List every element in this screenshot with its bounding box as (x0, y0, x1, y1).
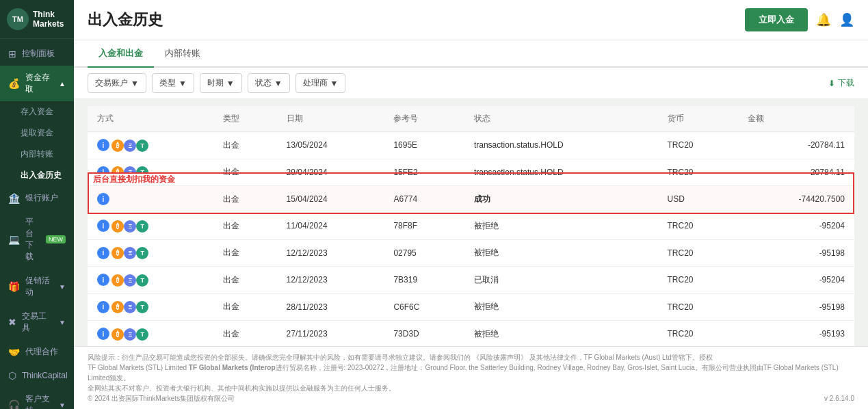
topbar: 出入金历史 立即入金 🔔 👤 (74, 0, 868, 40)
sidebar-item-support[interactable]: 🎧 客户支持 ▼ (0, 387, 74, 409)
tab-inout[interactable]: 入金和出金 (88, 40, 154, 68)
tether-icon: T (136, 328, 148, 341)
sidebar-item-label: 促销活动 (25, 275, 53, 298)
ethereum-icon: Ξ (124, 220, 136, 233)
info-icon: i (97, 220, 109, 232)
ethereum-icon: Ξ (124, 328, 136, 341)
sidebar-item-label: 银行账户 (25, 192, 66, 204)
sidebar-item-thinkcapital[interactable]: ⬡ ThinkCapital (0, 364, 74, 387)
partner-icon: 🤝 (8, 347, 20, 358)
sidebar-item-label: 代理合作 (25, 346, 66, 358)
ethereum-icon: Ξ (124, 140, 136, 152)
footer-line1: 风险提示：衍生产品交易可能造成您投资的全部损失。请确保您完全理解其中的风险，如有… (88, 352, 854, 362)
user-icon[interactable]: 👤 (839, 12, 854, 27)
filter-type[interactable]: 类型 ▼ (152, 73, 194, 93)
col-amount: 金额 (738, 106, 854, 132)
td-type: 出金 (213, 186, 277, 213)
td-status: 成功 (464, 186, 658, 213)
sidebar-subitem-deposit[interactable]: 存入资金 (0, 101, 74, 122)
td-date: 12/12/2023 (277, 267, 384, 294)
sidebar-subitem-transfer[interactable]: 内部转账 (0, 144, 74, 165)
thinkcapital-icon: ⬡ (8, 370, 16, 381)
filter-period[interactable]: 时期 ▼ (200, 73, 242, 93)
dashboard-icon: ⊞ (8, 49, 16, 60)
footer-line2: TF Global Markets (STL) Limited TF Globa… (88, 362, 854, 383)
bitcoin-icon: ₿ (111, 247, 124, 259)
col-ref: 参考号 (384, 106, 464, 132)
col-currency: 货币 (658, 106, 739, 132)
transactions-table: 方式 类型 日期 参考号 状态 货币 金额 i ₿ΞT出金13/05/20241… (88, 106, 854, 346)
table-area: 方式 类型 日期 参考号 状态 货币 金额 i ₿ΞT出金13/05/20241… (74, 99, 868, 346)
sidebar-item-promo[interactable]: 🎁 促销活动 ▼ (0, 269, 74, 304)
ethereum-icon: Ξ (124, 247, 136, 259)
chevron-down-icon: ▼ (131, 79, 139, 88)
bitcoin-icon: ₿ (111, 166, 124, 179)
support-icon: 🎧 (8, 399, 20, 409)
info-icon: i (97, 139, 109, 151)
td-status: 被拒绝 (464, 293, 658, 321)
td-ref: 1695E (384, 132, 464, 159)
bitcoin-icon: ₿ (111, 140, 124, 152)
tabs: 入金和出金 内部转账 (74, 40, 868, 68)
filter-account[interactable]: 交易账户 ▼ (88, 73, 146, 93)
table-row: i ₿ΞT出金27/11/202373D3D被拒绝TRC20-95193 (88, 321, 854, 347)
ethereum-icon: Ξ (124, 274, 136, 287)
td-type: 出金 (213, 239, 277, 267)
funds-icon: 💰 (8, 78, 20, 89)
notification-icon[interactable]: 🔔 (816, 12, 831, 27)
ethereum-icon: Ξ (124, 166, 136, 179)
sidebar-navigation: ⊞ 控制面板 💰 资金存取 ▲ 存入资金 提取资金 内部转账 出入金历史 🏦 银… (0, 39, 74, 409)
bitcoin-icon: ₿ (111, 220, 124, 233)
bank-icon: 🏦 (8, 193, 20, 204)
td-date: 13/05/2024 (277, 132, 384, 159)
td-currency: TRC20 (658, 293, 739, 321)
tether-icon: T (136, 301, 148, 313)
sidebar-item-funds[interactable]: 💰 资金存取 ▲ (0, 66, 74, 101)
td-date: 15/04/2024 (277, 186, 384, 213)
tab-internal[interactable]: 内部转账 (154, 40, 211, 68)
td-date: 27/11/2023 (277, 321, 384, 347)
td-method: i ₿ΞT (88, 293, 213, 321)
td-method: i ₿ΞT (88, 213, 213, 240)
info-icon: i (97, 193, 109, 205)
td-method: i ₿ΞT (88, 267, 213, 294)
sidebar-item-label: 客户支持 (25, 393, 53, 409)
table-row: i ₿ΞT出金13/05/20241695Etransaction.status… (88, 132, 854, 159)
filter-processor[interactable]: 处理商 ▼ (295, 73, 346, 93)
td-ref: 02795 (384, 239, 464, 267)
download-icon: ⬇ (828, 79, 835, 88)
info-icon: i (97, 274, 109, 286)
sidebar-item-dashboard[interactable]: ⊞ 控制面板 (0, 42, 74, 66)
sidebar-item-bank[interactable]: 🏦 银行账户 (0, 186, 74, 210)
td-date: 11/04/2024 (277, 213, 384, 240)
chevron-down-icon: ▼ (59, 401, 66, 409)
sidebar-item-tools[interactable]: ✖ 交易工具 ▼ (0, 304, 74, 340)
sidebar-subitem-history[interactable]: 出入金历史 (0, 165, 74, 186)
td-method: i ₿ΞT (88, 159, 213, 186)
chevron-down-icon: ▼ (59, 319, 66, 326)
tether-icon: T (136, 140, 148, 152)
sidebar-subitem-withdraw[interactable]: 提取资金 (0, 122, 74, 144)
td-currency: TRC20 (658, 267, 739, 294)
sidebar-item-partner[interactable]: 🤝 代理合作 (0, 340, 74, 364)
td-date: 28/11/2023 (277, 293, 384, 321)
filter-bar: 交易账户 ▼ 类型 ▼ 时期 ▼ 状态 ▼ 处理商 ▼ ⬇ 下载 (74, 68, 868, 99)
sidebar-item-label: 交易工具 (22, 311, 53, 334)
deposit-button[interactable]: 立即入金 (745, 8, 808, 31)
td-type: 出金 (213, 159, 277, 186)
td-status: transaction.status.HOLD (464, 132, 658, 159)
td-amount: -20784.11 (738, 159, 854, 186)
transactions-table-wrapper: 方式 类型 日期 参考号 状态 货币 金额 i ₿ΞT出金13/05/20241… (88, 106, 854, 346)
logo-text: Think Markets (33, 10, 64, 29)
sidebar-item-platform[interactable]: 💻 平台下载 NEW (0, 210, 74, 269)
td-amount: -95193 (738, 321, 854, 347)
topbar-actions: 立即入金 🔔 👤 (745, 8, 854, 31)
filter-status[interactable]: 状态 ▼ (248, 73, 290, 93)
td-method: i (88, 186, 213, 213)
td-type: 出金 (213, 321, 277, 347)
info-icon: i (97, 166, 109, 179)
td-currency: USD (658, 186, 739, 213)
download-button[interactable]: ⬇ 下载 (828, 77, 854, 89)
td-date: 29/04/2024 (277, 159, 384, 186)
footer-line3: 全网站其实不对客户、投资者大银行机构、其他中间机构实施以提供以金融服务为主的任何… (88, 383, 854, 393)
